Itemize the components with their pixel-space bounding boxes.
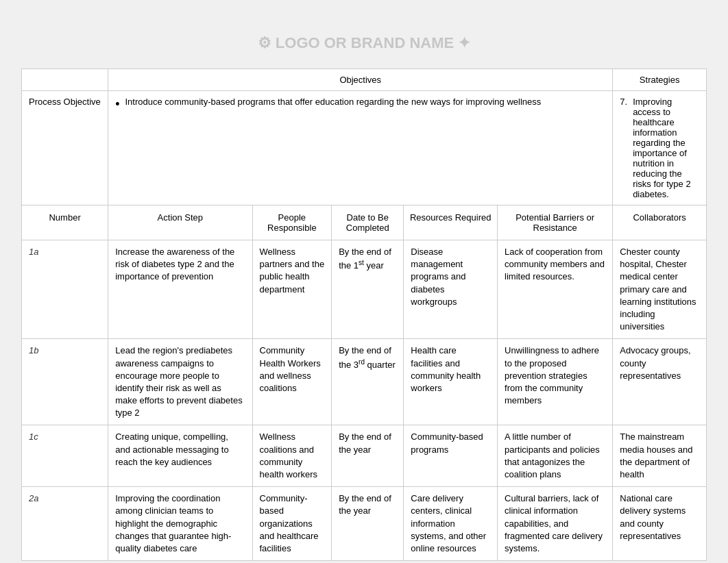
row-1a-date: By the end of the 1st year: [332, 240, 404, 339]
main-table: Objectives Strategies Process Objective …: [21, 68, 707, 561]
row-1c-collaborators: The mainstream media houses and the depa…: [613, 425, 707, 487]
row-1c-action: Creating unique, compelling, and actiona…: [108, 425, 252, 487]
row-1a-action: Increase the awareness of the risk of di…: [108, 240, 252, 339]
row-1a-resources: Disease management programs and diabetes…: [404, 240, 498, 339]
row-1a-number: 1a: [22, 240, 108, 339]
subheader-date: Date to Be Completed: [332, 205, 404, 240]
row-1c-number: 1c: [22, 425, 108, 487]
row-1a-people: Wellness partners and the public health …: [252, 240, 332, 339]
subheader-number: Number: [22, 205, 108, 240]
row-1b-people: Community Health Workers and wellness co…: [252, 339, 332, 425]
process-strategy-cell: 7. Improving access to healthcare inform…: [613, 91, 707, 205]
subheader-barriers: Potential Barriers or Resistance: [498, 205, 613, 240]
process-objective-cell: • Introduce community-based programs tha…: [108, 91, 613, 205]
row-2a-barriers: Cultural barriers, lack of clinical info…: [498, 487, 613, 561]
row-1b-number: 1b: [22, 339, 108, 425]
row-1c-barriers: A little number of participants and poli…: [498, 425, 613, 487]
header-empty: [22, 69, 108, 91]
sup-st: st: [359, 259, 364, 266]
header-objectives: Objectives: [108, 69, 613, 91]
process-objective-row: Process Objective • Introduce community-…: [22, 91, 707, 205]
strategy-number: 7.: [620, 97, 627, 199]
table-row: 2a Improving the coordination among clin…: [22, 487, 707, 561]
row-1b-collaborators: Advocacy groups, county representatives: [613, 339, 707, 425]
row-1b-barriers: Unwillingness to adhere to the proposed …: [498, 339, 613, 425]
row-1c-resources: Community-based programs: [404, 425, 498, 487]
sup-rd: rd: [359, 358, 365, 366]
page-wrapper: ⚙ LOGO OR BRAND NAME ✦ Objectives Strate…: [21, 27, 707, 561]
row-2a-number: 2a: [22, 487, 108, 561]
top-header-row: Objectives Strategies: [22, 69, 707, 91]
subheader-resources: Resources Required: [404, 205, 498, 240]
process-label: Process Objective: [29, 97, 101, 107]
row-1c-date: By the end of the year: [332, 425, 404, 487]
header-strategies: Strategies: [613, 69, 707, 91]
row-1b-action: Lead the region's prediabetes awareness …: [108, 339, 252, 425]
row-1c-people: Wellness coalitions and community health…: [252, 425, 332, 487]
process-objective-text: Introduce community-based programs that …: [125, 97, 542, 107]
row-1a-barriers: Lack of cooperation from community membe…: [498, 240, 613, 339]
row-1b-resources: Health care facilities and community hea…: [404, 339, 498, 425]
subheader-people: People Responsible: [252, 205, 332, 240]
table-row: 1c Creating unique, compelling, and acti…: [22, 425, 707, 487]
row-2a-collaborators: National care delivery systems and count…: [613, 487, 707, 561]
row-2a-date: By the end of the year: [332, 487, 404, 561]
subheader-collaborators: Collaborators: [613, 205, 707, 240]
watermark: ⚙ LOGO OR BRAND NAME ✦: [258, 34, 471, 52]
strategy-text: Improving access to healthcare informati…: [633, 97, 699, 199]
bullet-icon: •: [115, 97, 119, 112]
table-row: 1a Increase the awareness of the risk of…: [22, 240, 707, 339]
subheader-action-step: Action Step: [108, 205, 252, 240]
process-label-cell: Process Objective: [22, 91, 108, 205]
row-1b-date: By the end of the 3rd quarter: [332, 339, 404, 425]
subheader-row: Number Action Step People Responsible Da…: [22, 205, 707, 240]
row-2a-people: Community-based organizations and health…: [252, 487, 332, 561]
row-2a-resources: Care delivery centers, clinical informat…: [404, 487, 498, 561]
row-1a-collaborators: Chester county hospital, Chester medical…: [613, 240, 707, 339]
table-row: 1b Lead the region's prediabetes awarene…: [22, 339, 707, 425]
row-2a-action: Improving the coordination among clinici…: [108, 487, 252, 561]
